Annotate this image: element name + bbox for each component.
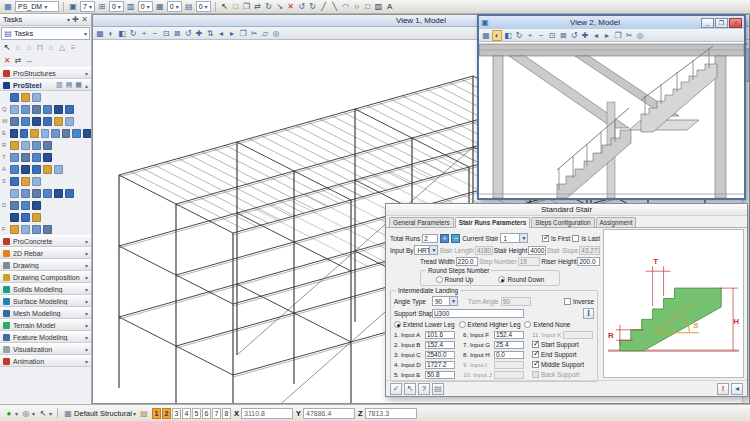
decrease-runs-button[interactable]: − [451,234,460,243]
sidebar-section-solids-modeling[interactable]: Solids Modeling▾ [0,283,91,295]
undo-icon[interactable]: ↺ [297,1,307,12]
delete-element-icon[interactable]: ✕ [286,1,296,12]
prosteel-tool-icon[interactable] [10,177,19,186]
angle-type-select[interactable]: 90▼ [432,296,458,306]
sidebar-section-visualization[interactable]: Visualization▾ [0,343,91,355]
prosteel-tool-icon[interactable] [41,129,49,138]
rotate-view-icon[interactable]: ↺ [569,30,579,41]
level-toggle-7[interactable]: 7 [212,408,221,419]
prosteel-tool-icon[interactable] [32,105,41,114]
inverse-checkbox[interactable] [564,298,571,305]
fit-view-icon[interactable]: ⊠ [172,28,182,39]
saved-views-count[interactable]: 7▾ [80,1,95,12]
z-coordinate-field[interactable]: 7813.3 [365,408,417,419]
tasks-panel-header[interactable]: Tasks ▾ ✚ ✕ [0,14,91,26]
delete-icon[interactable]: ✕ [2,55,12,66]
stair-height-field[interactable]: 4000.0 [528,246,546,255]
place-block-icon[interactable]: □ [363,1,373,12]
help-button[interactable]: ? [418,383,430,395]
prosteel-tool-icon[interactable] [83,129,91,138]
x-coordinate-field[interactable]: 3110.8 [241,408,293,419]
tab-assignment[interactable]: Assignment [596,217,637,227]
selection-cursor-icon[interactable]: ↖ [2,42,12,53]
locks-button[interactable]: ↖▾ [38,408,52,419]
sidebar-section-mesh-modeling[interactable]: Mesh Modeling▾ [0,307,91,319]
clip-volume-icon[interactable]: ✂ [249,28,259,39]
middle-support-checkbox[interactable] [532,361,539,368]
level-toggle-6[interactable]: 6 [202,408,211,419]
hatch-area-icon[interactable]: ▨ [374,1,384,12]
close-button[interactable]: ✕ [729,18,742,28]
levels-count[interactable]: 0▾ [196,1,211,12]
clip-mask-icon[interactable]: ▱ [260,28,270,39]
prosteel-tool-icon[interactable] [65,117,74,126]
navigation-wheel-icon[interactable]: ◎ [635,30,645,41]
input-by-select[interactable]: HRT▼ [414,245,438,255]
extend-higher-leg-radio[interactable] [459,321,466,328]
beam-section-button[interactable]: I [583,308,594,319]
prosteel-tool-icon[interactable] [32,201,41,210]
prosteel-tool-icon[interactable] [10,225,19,234]
chevron-down-icon[interactable]: ▾ [67,16,70,23]
tasks-combo[interactable]: ▤ Tasks ▾ [1,27,90,40]
prosteel-tool-icon[interactable] [10,153,19,162]
place-smartline-icon[interactable]: ╱ [319,1,329,12]
text-tool-icon[interactable]: A [385,1,395,12]
layout-list-icon[interactable]: ▤ [66,81,73,89]
riser-height-field[interactable]: 200.0 [577,257,600,266]
prosteel-tool-icon[interactable] [10,129,18,138]
total-runs-field[interactable]: 2 [422,234,438,243]
datasheet-button[interactable]: ▤ [432,383,444,395]
view-previous-icon[interactable]: ◂ [591,30,601,41]
prosteel-tool-icon[interactable] [32,141,41,150]
sidebar-section-proconcrete[interactable]: ProConcrete▾ [0,235,91,247]
update-view-icon[interactable]: ↻ [128,28,138,39]
zoom-out-icon[interactable]: − [536,30,546,41]
place-line-icon[interactable]: ╲ [330,1,340,12]
scale-element-icon[interactable]: ↘ [275,1,285,12]
tab-general-parameters[interactable]: General Parameters [389,217,454,227]
prosteel-tool-icon[interactable] [32,189,41,198]
snap-mode-button[interactable]: ◎▾ [21,408,35,419]
prosteel-tool-icon[interactable] [10,141,19,150]
pick-in-view-button[interactable]: ◂ [731,383,743,395]
prosteel-tool-icon[interactable] [10,93,19,102]
adjust-colors-icon[interactable]: ◧ [117,28,127,39]
dialog-titlebar[interactable]: Standard Stair [386,204,747,216]
fit-view-icon[interactable]: ⊠ [558,30,568,41]
prosteel-tool-icon[interactable] [32,213,41,222]
sidebar-section-surface-modeling[interactable]: Surface Modeling▾ [0,295,91,307]
rotate-view-icon[interactable]: ↺ [183,28,193,39]
end-support-checkbox[interactable] [532,351,539,358]
sidebar-section-drawing[interactable]: Drawing▾ [0,259,91,271]
prosteel-tool-icon[interactable] [21,165,30,174]
column-layout-icon[interactable]: Π [35,42,45,53]
walk-icon[interactable]: ⇅ [205,28,215,39]
tread-width-field[interactable]: 220.0 [456,257,479,266]
input-c-field[interactable]: 2540.0 [425,351,455,359]
prosteel-tool-icon[interactable] [32,177,41,186]
update-view-icon[interactable]: ↻ [514,30,524,41]
level-toggle-4[interactable]: 4 [182,408,191,419]
sidebar-section-2d-rebar[interactable]: 2D Rebar▾ [0,247,91,259]
apply-button[interactable]: ✓ [390,383,402,395]
window-area-icon[interactable]: ⊡ [161,28,171,39]
move-element-icon[interactable]: ⇄ [253,1,263,12]
references-icon[interactable]: ▥ [126,1,136,12]
support-shape-field[interactable]: U300 [432,309,524,318]
sidebar-section-feature-modeling[interactable]: Feature Modeling▾ [0,331,91,343]
sidebar-section-prostructures[interactable]: ProStructures ▾ [0,67,91,79]
start-support-checkbox[interactable] [532,341,539,348]
rotate-element-icon[interactable]: ↻ [264,1,274,12]
navigation-wheel-icon[interactable]: ◎ [271,28,281,39]
input-g-field[interactable]: 25.4 [494,341,524,349]
continuous-beam-icon[interactable]: ⌂ [24,42,34,53]
adjust-colors-icon[interactable]: ◧ [503,30,513,41]
prosteel-tool-icon[interactable] [43,165,52,174]
prosteel-tool-icon[interactable] [21,177,30,186]
level-toggle-5[interactable]: 5 [192,408,201,419]
sidebar-section-animation[interactable]: Animation▾ [0,355,91,367]
prosteel-tool-icon[interactable] [62,129,70,138]
window-area-icon[interactable]: ⊡ [547,30,557,41]
accusnap-toggle[interactable]: ●▾ [4,408,18,419]
